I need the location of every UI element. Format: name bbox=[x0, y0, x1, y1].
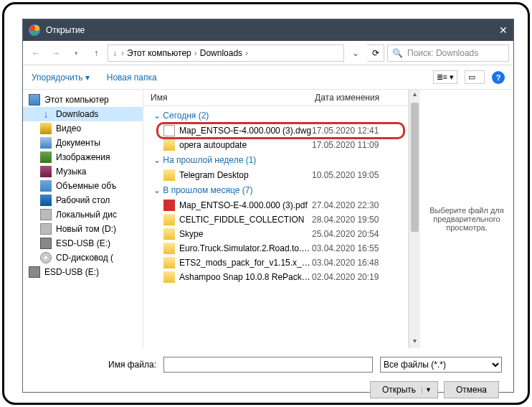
breadcrumb-dropdown[interactable]: ⌄ bbox=[347, 48, 364, 58]
vertical-scrollbar[interactable]: ▴ ▾ bbox=[409, 90, 420, 348]
footer: Имя файла: Все файлы (*.*) Открыть▼ Отме… bbox=[23, 348, 513, 405]
folder-icon bbox=[163, 257, 175, 268]
tree-label: Видео bbox=[56, 123, 81, 134]
help-icon[interactable]: ? bbox=[492, 71, 505, 84]
file-item[interactable]: opera autoupdate17.05.2020 11:09 bbox=[143, 138, 408, 152]
search-input[interactable]: 🔍 Поиск: Downloads bbox=[387, 45, 509, 62]
disk-icon bbox=[40, 209, 52, 220]
scroll-thumb[interactable] bbox=[411, 103, 419, 232]
column-date[interactable]: Дата изменения bbox=[315, 93, 408, 103]
tree-item[interactable]: Изображения bbox=[23, 150, 143, 164]
images-icon bbox=[40, 151, 52, 163]
file-group-header[interactable]: ⌄ На прошлой неделе (1) bbox=[143, 152, 408, 168]
preview-pane-button[interactable]: ▭ bbox=[465, 70, 485, 84]
chevron-right-icon: › bbox=[245, 48, 248, 58]
file-group-header[interactable]: ⌄ Сегодня (2) bbox=[143, 108, 408, 123]
titlebar: Открытие ✕ bbox=[23, 19, 513, 41]
tree-label: Объемные объ bbox=[56, 181, 116, 191]
chevron-down-icon: ⌄ bbox=[153, 185, 161, 195]
title-text: Открытие bbox=[46, 25, 85, 35]
file-filter-select[interactable]: Все файлы (*.*) bbox=[380, 357, 502, 373]
tree-label: ESD-USB (E:) bbox=[44, 267, 99, 277]
desktop-icon bbox=[40, 195, 52, 206]
file-name: ETS2_mods_pack_for_v1.15.x_(UPD_28.12... bbox=[179, 258, 312, 268]
breadcrumb[interactable]: ↓ › Этот компьютер › Downloads › bbox=[108, 45, 344, 62]
folder-tree[interactable]: Этот компьютер↓DownloadsВидеоДокументыИз… bbox=[23, 90, 143, 348]
tree-item[interactable]: ↓Downloads bbox=[23, 107, 143, 121]
view-options-button[interactable]: ≣≡ ▾ bbox=[433, 70, 457, 84]
file-item[interactable]: CELTIC_FIDDLE_COLLECTION28.04.2020 19:50 bbox=[143, 212, 408, 227]
file-name: Map_ENTSO-E-4.000.000 (3).dwg bbox=[179, 126, 312, 136]
open-button[interactable]: Открыть▼ bbox=[370, 381, 438, 398]
chevron-down-icon: ⌄ bbox=[153, 111, 161, 121]
file-item[interactable]: Map_ENTSO-E-4.000.000 (3).dwg17.05.2020 … bbox=[143, 123, 408, 138]
tree-item[interactable]: ESD-USB (E:) bbox=[23, 236, 143, 251]
file-group-header[interactable]: ⌄ В прошлом месяце (7) bbox=[143, 182, 408, 198]
usb-icon bbox=[40, 238, 52, 249]
folder-icon bbox=[163, 139, 175, 151]
tree-item[interactable]: Видео bbox=[23, 121, 143, 136]
file-list[interactable]: ⌄ Сегодня (2)Map_ENTSO-E-4.000.000 (3).d… bbox=[143, 106, 408, 348]
preview-pane: Выберите файл для предварительного просм… bbox=[420, 90, 513, 348]
file-name: Map_ENTSO-E-4.000.000 (3).pdf bbox=[179, 200, 312, 210]
chrome-icon bbox=[29, 24, 40, 36]
file-item[interactable]: Map_ENTSO-E-4.000.000 (3).pdf27.04.2020 … bbox=[143, 198, 408, 212]
tree-item[interactable]: CD-дисковод ( bbox=[23, 251, 143, 265]
tree-item[interactable]: Этот компьютер bbox=[23, 93, 143, 107]
folder-icon bbox=[163, 243, 175, 254]
tree-label: Новый том (D:) bbox=[56, 224, 116, 234]
breadcrumb-folder[interactable]: Downloads bbox=[200, 48, 242, 58]
open-dialog: Открытие ✕ ← → ▾ ↑ ↓ › Этот компьютер › … bbox=[22, 19, 514, 393]
tree-item[interactable]: Рабочий стол bbox=[23, 193, 143, 207]
scroll-down-icon[interactable]: ▾ bbox=[409, 337, 420, 348]
folder-icon bbox=[163, 214, 175, 225]
tree-item[interactable]: Музыка bbox=[23, 164, 143, 179]
pdf-icon bbox=[163, 200, 175, 211]
new-folder-button[interactable]: Новая папка bbox=[107, 72, 157, 83]
up-button[interactable]: ↑ bbox=[87, 45, 105, 62]
search-icon: 🔍 bbox=[392, 48, 403, 58]
tree-item[interactable]: Объемные объ bbox=[23, 179, 143, 193]
toolbar: Упорядочить ▾ Новая папка ≣≡ ▾ ▭ ? bbox=[23, 65, 513, 90]
forward-button: → bbox=[47, 45, 65, 62]
column-headers[interactable]: Имя Дата изменения bbox=[143, 90, 408, 106]
refresh-button[interactable]: ⟳ bbox=[367, 45, 384, 62]
tree-label: Локальный дис bbox=[56, 210, 117, 220]
open-split-icon[interactable]: ▼ bbox=[422, 386, 432, 393]
tree-item[interactable]: Документы bbox=[23, 136, 143, 150]
column-name[interactable]: Имя bbox=[143, 93, 315, 103]
file-item[interactable]: Euro.Truck.Simulator.2.Road.to.the.Black… bbox=[143, 241, 408, 256]
docs-icon bbox=[40, 137, 52, 149]
chevron-down-icon: ⌄ bbox=[153, 155, 161, 165]
file-item[interactable]: Skype25.04.2020 20:54 bbox=[143, 227, 408, 241]
tree-item[interactable]: Новый том (D:) bbox=[23, 222, 143, 236]
file-name: Skype bbox=[179, 229, 312, 239]
file-item[interactable]: ETS2_mods_pack_for_v1.15.x_(UPD_28.12...… bbox=[143, 256, 408, 270]
file-icon bbox=[163, 125, 175, 136]
back-button[interactable]: ← bbox=[27, 45, 44, 62]
tree-label: Документы bbox=[56, 138, 100, 148]
filename-label: Имя файла: bbox=[34, 360, 156, 370]
tree-label: CD-дисковод ( bbox=[56, 253, 113, 263]
organize-menu[interactable]: Упорядочить ▾ bbox=[32, 72, 90, 83]
file-date: 03.04.2020 16:48 bbox=[312, 258, 405, 268]
cancel-button[interactable]: Отмена bbox=[444, 381, 499, 398]
scroll-up-icon[interactable]: ▴ bbox=[409, 90, 420, 101]
file-item[interactable]: Ashampoo Snap 10.0.8 RePack&(Portabl...0… bbox=[143, 270, 408, 284]
close-icon[interactable]: ✕ bbox=[499, 24, 508, 36]
recent-dropdown[interactable]: ▾ bbox=[67, 45, 85, 62]
file-date: 02.04.2020 20:19 bbox=[312, 272, 405, 282]
search-placeholder: Поиск: Downloads bbox=[407, 48, 478, 58]
filename-input[interactable] bbox=[163, 357, 373, 373]
file-name: Telegram Desktop bbox=[179, 170, 312, 180]
breadcrumb-root[interactable]: Этот компьютер bbox=[127, 48, 191, 58]
tree-label: Музыка bbox=[56, 167, 86, 177]
file-item[interactable]: Telegram Desktop10.05.2020 19:05 bbox=[143, 168, 408, 182]
file-name: opera autoupdate bbox=[179, 140, 312, 150]
tree-label: Downloads bbox=[56, 109, 98, 119]
folder-icon bbox=[163, 169, 175, 181]
tree-item[interactable]: ESD-USB (E:) bbox=[23, 265, 143, 279]
file-list-pane: Имя Дата изменения ⌄ Сегодня (2)Map_ENTS… bbox=[143, 90, 409, 348]
disk-icon bbox=[40, 223, 52, 235]
tree-item[interactable]: Локальный дис bbox=[23, 207, 143, 222]
